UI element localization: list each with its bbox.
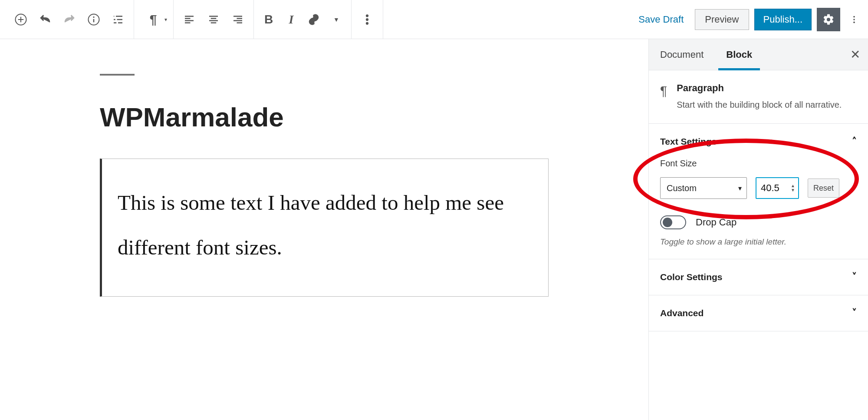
svg-point-6 — [853, 16, 855, 17]
font-size-reset-button[interactable]: Reset — [808, 179, 839, 198]
toolbar-group-align — [174, 0, 254, 39]
toolbar-left: ¶ ▾ B I ▼ — [5, 0, 383, 39]
svg-point-4 — [366, 18, 368, 20]
toolbar-group-doc — [5, 0, 134, 39]
align-left-icon — [183, 13, 196, 26]
block-type-desc: Start with the building block of all nar… — [677, 98, 842, 111]
link-icon — [307, 13, 320, 26]
italic-button[interactable]: I — [280, 7, 302, 32]
add-block-button[interactable] — [9, 7, 33, 32]
toolbar-group-format: B I ▼ — [254, 0, 352, 39]
link-button[interactable] — [302, 7, 325, 32]
svg-point-3 — [366, 14, 368, 17]
paragraph-icon: ¶ — [150, 12, 157, 27]
settings-sidebar: Document Block ✕ ¶ Paragraph Start with … — [648, 39, 868, 420]
chevron-up-icon: ˄ — [852, 136, 857, 147]
align-right-button[interactable] — [226, 7, 250, 32]
panel-toggle-color-settings[interactable]: Color Settings ˅ — [660, 271, 857, 283]
tab-block[interactable]: Block — [715, 39, 763, 70]
drop-cap-toggle[interactable] — [660, 215, 686, 229]
block-more-button[interactable] — [355, 7, 379, 32]
toolbar-group-block-type: ¶ ▾ — [134, 0, 174, 39]
panel-text-settings: Text Settings ˄ Font Size Custom ▲▼ Rese… — [649, 124, 868, 259]
preview-button[interactable]: Preview — [695, 9, 749, 30]
close-sidebar-button[interactable]: ✕ — [842, 42, 868, 68]
editor-toolbar: ¶ ▾ B I ▼ Save Draft Preview Publish... — [0, 0, 868, 39]
close-icon: ✕ — [850, 48, 860, 61]
toolbar-right: Save Draft Preview Publish... — [632, 8, 863, 31]
font-size-label: Font Size — [660, 159, 857, 169]
title-rule — [100, 74, 135, 76]
svg-point-7 — [853, 19, 855, 20]
chevron-down-icon: ˅ — [852, 271, 857, 283]
number-stepper-icon[interactable]: ▲▼ — [789, 179, 797, 197]
svg-point-2 — [93, 16, 94, 17]
sidebar-tabs: Document Block ✕ — [649, 39, 868, 70]
align-right-icon — [231, 13, 244, 26]
panel-toggle-text-settings[interactable]: Text Settings ˄ — [660, 136, 857, 147]
toolbar-group-more — [352, 0, 383, 39]
outline-icon — [112, 13, 125, 26]
drop-cap-label: Drop Cap — [696, 217, 736, 228]
block-type-title: Paragraph — [677, 83, 842, 94]
svg-point-8 — [853, 21, 855, 23]
panel-color-settings: Color Settings ˅ — [649, 259, 868, 295]
panel-toggle-advanced[interactable]: Advanced ˅ — [660, 308, 857, 319]
paragraph-icon: ¶ — [660, 83, 667, 111]
font-size-preset-select[interactable]: Custom — [660, 177, 747, 199]
toggle-knob — [663, 218, 672, 227]
bold-icon: B — [264, 13, 273, 26]
kebab-icon — [361, 13, 374, 26]
font-size-custom-input[interactable] — [756, 177, 799, 199]
drop-cap-row: Drop Cap — [660, 215, 857, 229]
redo-button[interactable] — [57, 7, 82, 32]
italic-icon: I — [289, 13, 294, 26]
align-left-button[interactable] — [177, 7, 201, 32]
post-title[interactable]: WPMarmalade — [100, 102, 549, 132]
align-center-icon — [207, 13, 220, 26]
undo-button[interactable] — [33, 7, 57, 32]
chevron-down-icon: ▾ — [164, 17, 167, 23]
drop-cap-help: Toggle to show a large initial letter. — [660, 237, 857, 247]
editor-more-button[interactable] — [845, 8, 863, 31]
settings-button[interactable] — [817, 8, 840, 31]
paragraph-block[interactable]: This is some text I have added to help m… — [100, 159, 549, 297]
redo-icon — [63, 13, 76, 26]
save-draft-button[interactable]: Save Draft — [632, 10, 690, 29]
more-format-button[interactable]: ▼ — [325, 7, 348, 32]
svg-point-5 — [366, 22, 368, 24]
info-button[interactable] — [82, 7, 106, 32]
panel-advanced: Advanced ˅ — [649, 295, 868, 331]
bold-button[interactable]: B — [257, 7, 280, 32]
panel-heading: Advanced — [660, 308, 704, 318]
panel-block-info: ¶ Paragraph Start with the building bloc… — [649, 70, 868, 124]
chevron-down-icon: ▼ — [333, 16, 339, 23]
outline-button[interactable] — [106, 7, 130, 32]
font-size-row: Custom ▲▼ Reset — [660, 177, 857, 199]
undo-icon — [39, 13, 52, 26]
editor-canvas[interactable]: WPMarmalade This is some text I have add… — [0, 39, 648, 420]
kebab-icon — [849, 15, 859, 24]
main-area: WPMarmalade This is some text I have add… — [0, 39, 868, 420]
info-icon — [87, 13, 100, 26]
plus-circle-icon — [14, 13, 27, 26]
panel-heading: Color Settings — [660, 272, 723, 282]
align-center-button[interactable] — [201, 7, 226, 32]
panel-heading: Text Settings — [660, 136, 717, 147]
publish-button[interactable]: Publish... — [754, 9, 812, 30]
gear-icon — [822, 13, 835, 26]
chevron-down-icon: ˅ — [852, 308, 857, 319]
tab-document[interactable]: Document — [649, 39, 715, 70]
